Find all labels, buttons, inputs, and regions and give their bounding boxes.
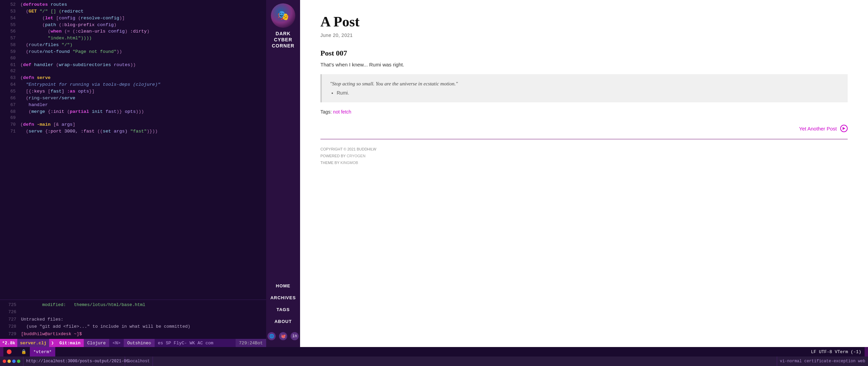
line-content: (defroutes routes [20, 1, 67, 8]
line-number: 66 [3, 95, 16, 102]
browser-dot-green [17, 360, 20, 363]
tag-link[interactable]: not fetch [333, 109, 351, 115]
browser-controls [0, 357, 23, 366]
next-post-link[interactable]: Yet Another Post [799, 126, 837, 131]
line-number: 67 [3, 102, 16, 108]
line-content: (when (= (:clean-urls config) :dirty) [20, 28, 150, 35]
next-post-icon[interactable]: ► [840, 125, 848, 132]
line-number: 61 [3, 62, 16, 68]
line-content: "index.html")))) [20, 35, 92, 42]
footer-theme: THEME BY KINGMOB [320, 160, 848, 166]
line-content: (let [config (resolve-config)] [20, 15, 125, 22]
line-content: (defn -main [& args] [20, 121, 75, 128]
terminal-line-number: 728 [3, 323, 16, 330]
line-content: (path (:blog-prefix config) [20, 22, 117, 28]
browser-bar: http://localhost:3000/posts-output/2021-… [0, 357, 868, 366]
sidebar-nav-item[interactable]: ABOUT [271, 316, 295, 327]
line-number: 65 [3, 88, 16, 95]
post-date: June 20, 2021 [320, 33, 848, 38]
quote-text: "Stop acting so small. You are the unive… [330, 81, 840, 87]
quote-author: Rumi. [337, 90, 840, 96]
blog-footer: COPYRIGHT © 2021 BUDDHILW POWERED BY CRY… [320, 146, 848, 166]
sidebar-nav-item[interactable]: HOME [273, 281, 294, 291]
line-number: 58 [3, 42, 16, 48]
status-dot [7, 349, 12, 354]
github-icon[interactable]: 🐙 [279, 332, 287, 340]
mode-line: * 2.8k server.clj ❯ Git:main Clojure <N>… [0, 339, 266, 347]
browser-right: vi-normal certificate-exception web [777, 357, 868, 366]
site-name: DARK CYBER CORNER [266, 30, 300, 49]
code-line: 69 [0, 115, 266, 121]
terminal-line: 726 [0, 308, 266, 316]
nav-items: HOMEARCHIVESTAGSABOUT [267, 281, 299, 327]
terminal-line: 728 (use "git add <file>..." to include … [0, 323, 266, 330]
line-number: 64 [3, 82, 16, 88]
post-subtitle: Post 007 [320, 49, 848, 58]
line-number: 59 [3, 49, 16, 55]
mode-arrow: ❯ [49, 339, 56, 347]
line-content: (def handler (wrap-subdirectories routes… [20, 62, 136, 68]
sidebar-nav-item[interactable]: ARCHIVES [267, 292, 299, 303]
code-line: 60 [0, 55, 266, 62]
code-line: 56 (when (= (:clean-urls config) :dirty) [0, 28, 266, 35]
kingmob-link[interactable]: KINGMOB [340, 161, 358, 165]
content-divider [320, 139, 848, 139]
code-line: 71 (serve {:port 3000, :fast ((set args)… [0, 128, 266, 135]
mode-rest: es SP FlyC- WK AC com [155, 339, 236, 347]
code-line: 70(defn -main [& args] [0, 121, 266, 128]
terminal-line: 725 modified: themes/lotus/html/base.htm… [0, 301, 266, 309]
terminal-area: 725 modified: themes/lotus/html/base.htm… [0, 300, 266, 339]
line-content: (ring-server/serve [20, 95, 75, 102]
mode-filename: server.clj [17, 339, 49, 347]
terminal-line-content: (use "git add <file>..." to include in w… [21, 323, 190, 330]
terminal-line-number: 725 [3, 302, 16, 308]
code-line: 57 "index.html")))) [0, 35, 266, 42]
code-line: 68 (merge {:init (partial init fast)} op… [0, 108, 266, 115]
sidebar-nav-item[interactable]: TAGS [273, 304, 293, 315]
terminal-line-content: modified: themes/lotus/html/base.html [21, 302, 145, 308]
code-line: 58 (route/files "/") [0, 42, 266, 48]
code-line: 52(defroutes routes [0, 1, 266, 8]
code-line: 54 (let [config (resolve-config)] [0, 15, 266, 22]
mode-modified-indicator: * 2.8k [0, 339, 17, 347]
line-number: 68 [3, 109, 16, 115]
line-number: 60 [3, 55, 16, 62]
code-line: 64 "Entrypoint for running via tools-dep… [0, 81, 266, 88]
line-number: 52 [3, 2, 16, 8]
post-intro: That's when I knew... Rumi was right. [320, 62, 848, 67]
footer-copyright: COPYRIGHT © 2021 BUDDHILW [320, 146, 848, 153]
browser-dot-red [3, 360, 6, 363]
code-line: 67 handler [0, 102, 266, 108]
terminal-line-content: Untracked files: [21, 316, 63, 323]
sidebar: 🎭 DARK CYBER CORNER HOMEARCHIVESTAGSABOU… [266, 0, 300, 347]
status-terminal-dot [3, 347, 18, 357]
line-number: 54 [3, 15, 16, 22]
cryogen-link[interactable]: CRYOGEN [347, 154, 365, 158]
mode-size: 2.8k [5, 341, 15, 346]
code-line: 53 (GET "/" [] (redirect [0, 8, 266, 15]
post-title: A Post [320, 14, 848, 30]
mode-n: <N> [109, 339, 124, 347]
line-number: 70 [3, 122, 16, 128]
quote-block: "Stop acting so small. You are the unive… [320, 74, 848, 102]
browser-dot-yellow [7, 360, 11, 363]
line-number: 69 [3, 115, 16, 121]
code-line: 62 [0, 68, 266, 75]
line-number: 55 [3, 22, 16, 28]
mode-git: Git:main [56, 339, 84, 347]
web-icon[interactable]: 🌐 [268, 332, 276, 340]
code-line: 55 (path (:blog-prefix config) [0, 22, 266, 28]
terminal-line: 729[buddhilw@artixdesk ~]$ [0, 330, 266, 338]
code-area: 52(defroutes routes53 (GET "/" [] (redir… [0, 0, 266, 300]
browser-url[interactable]: http://localhost:3000/posts-output/2021-… [23, 357, 125, 366]
line-content: [{:keys [fast] :as opts}] [20, 88, 95, 95]
line-number: 53 [3, 8, 16, 15]
terminal-line-content: [buddhilw@artixdesk ~]$ [21, 331, 84, 338]
line-content: (defn serve [20, 75, 51, 81]
status-spacer [55, 347, 808, 357]
line-number: 57 [3, 35, 16, 42]
code-line: 59 (route/not-found "Page not found")) [0, 48, 266, 55]
status-lock: 🔒 [18, 347, 30, 357]
linkedin-icon[interactable]: in [291, 332, 299, 340]
line-content: (route/files "/") [20, 42, 73, 48]
